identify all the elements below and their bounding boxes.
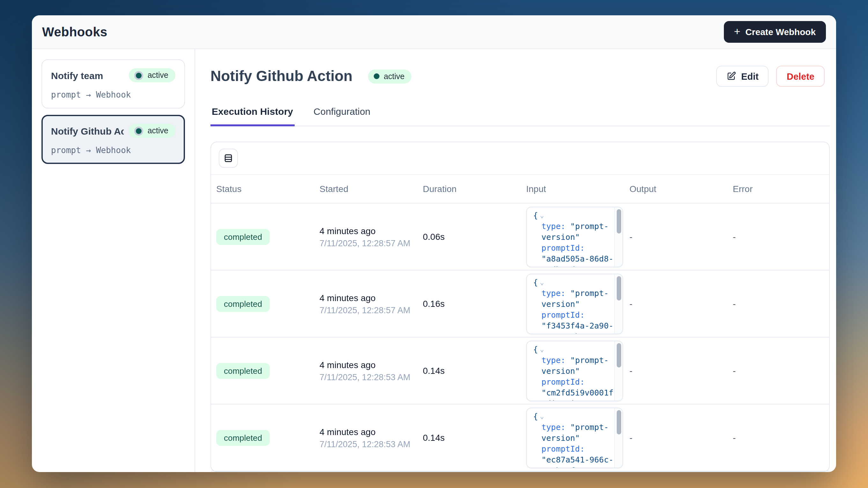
started-relative: 4 minutes ago — [319, 426, 418, 437]
edit-label: Edit — [741, 71, 758, 81]
sidebar-item-notify-github-action[interactable]: Notify Github Acti... active prompt → We… — [41, 115, 185, 164]
chevron-down-icon[interactable]: ⌄ — [540, 211, 544, 219]
started-absolute: 7/11/2025, 12:28:57 AM — [319, 305, 418, 315]
status-dot-icon — [136, 128, 142, 134]
column-header-duration: Duration — [418, 184, 521, 194]
table-view-button[interactable] — [219, 149, 238, 168]
scrollbar-track[interactable] — [614, 408, 622, 467]
column-header-error: Error — [728, 184, 829, 194]
webhook-name: Notify Github Acti... — [51, 125, 124, 136]
started-relative: 4 minutes ago — [319, 293, 418, 303]
started-absolute: 7/11/2025, 12:28:53 AM — [319, 439, 418, 449]
status-badge: active — [368, 69, 411, 83]
error-value: - — [728, 299, 829, 309]
table-row: completed 4 minutes ago 7/11/2025, 12:28… — [211, 404, 829, 471]
error-value: - — [728, 232, 829, 242]
status-badge: active — [129, 124, 175, 138]
scrollbar-thumb[interactable] — [616, 410, 621, 434]
desktop-background: Webhooks + Create Webhook Notify team ac… — [0, 0, 868, 488]
duration-value: 0.14s — [418, 366, 521, 376]
status-badge: completed — [216, 296, 270, 312]
column-header-status: Status — [211, 184, 314, 194]
detail-tabs: Execution History Configuration — [211, 106, 830, 126]
started-absolute: 7/11/2025, 12:28:53 AM — [319, 372, 418, 382]
table-header-row: Status Started Duration Input Output Err… — [211, 175, 829, 204]
duration-value: 0.06s — [418, 232, 521, 242]
error-value: - — [728, 432, 829, 443]
window-body: Notify team active prompt → Webhook Noti… — [32, 49, 836, 472]
column-header-output: Output — [624, 184, 728, 194]
input-json-viewer[interactable]: {⌄ type: "prompt- version" promptId: "a8… — [526, 206, 623, 267]
chevron-down-icon[interactable]: ⌄ — [540, 412, 544, 420]
output-value: - — [624, 299, 728, 309]
delete-button[interactable]: Delete — [776, 66, 825, 87]
started-relative: 4 minutes ago — [319, 225, 418, 236]
input-json-viewer[interactable]: {⌄ type: "prompt- version" promptId: "ec… — [526, 407, 623, 468]
status-label: active — [383, 72, 404, 81]
webhook-list-sidebar: Notify team active prompt → Webhook Noti… — [32, 49, 195, 472]
status-label: active — [148, 126, 168, 135]
scrollbar-thumb[interactable] — [616, 209, 621, 233]
edit-button[interactable]: Edit — [716, 66, 769, 87]
webhooks-window: Webhooks + Create Webhook Notify team ac… — [32, 15, 836, 472]
chevron-down-icon[interactable]: ⌄ — [540, 278, 544, 286]
duration-value: 0.16s — [418, 299, 521, 309]
webhook-flow: prompt → Webhook — [51, 90, 175, 99]
webhook-detail-panel: Notify Github Action active Edit Delete — [195, 49, 836, 472]
table-row: completed 4 minutes ago 7/11/2025, 12:28… — [211, 337, 829, 404]
status-label: active — [148, 71, 168, 80]
table-row: completed 4 minutes ago 7/11/2025, 12:28… — [211, 271, 829, 337]
error-value: - — [728, 366, 829, 376]
create-webhook-button[interactable]: + Create Webhook — [724, 21, 826, 43]
webhook-detail-title: Notify Github Action — [211, 68, 352, 85]
delete-label: Delete — [787, 71, 814, 81]
table-rows-icon — [223, 153, 234, 163]
page-title: Webhooks — [42, 25, 107, 39]
tab-configuration[interactable]: Configuration — [312, 106, 372, 126]
scrollbar-track[interactable] — [614, 341, 622, 400]
input-json-viewer[interactable]: {⌄ type: "prompt- version" promptId: "f3… — [526, 273, 623, 334]
chevron-down-icon[interactable]: ⌄ — [540, 345, 544, 353]
output-value: - — [624, 232, 728, 242]
started-relative: 4 minutes ago — [319, 360, 418, 370]
status-badge: active — [129, 68, 175, 82]
input-json-viewer[interactable]: {⌄ type: "prompt- version" promptId: "cm… — [526, 340, 623, 401]
output-value: - — [624, 366, 728, 376]
status-badge: completed — [216, 363, 270, 378]
webhook-flow: prompt → Webhook — [51, 146, 175, 155]
window-header: Webhooks + Create Webhook — [32, 15, 836, 49]
status-badge: completed — [216, 229, 270, 245]
started-absolute: 7/11/2025, 12:28:57 AM — [319, 238, 418, 248]
execution-history-table: Status Started Duration Input Output Err… — [211, 142, 830, 472]
scrollbar-track[interactable] — [614, 274, 622, 333]
output-value: - — [624, 432, 728, 443]
scrollbar-track[interactable] — [614, 207, 622, 266]
column-header-started: Started — [314, 184, 418, 194]
sidebar-item-notify-team[interactable]: Notify team active prompt → Webhook — [41, 59, 185, 109]
column-header-input: Input — [521, 184, 624, 194]
scrollbar-thumb[interactable] — [616, 343, 621, 367]
status-dot-icon — [136, 72, 142, 78]
duration-value: 0.14s — [418, 432, 521, 443]
status-dot-icon — [373, 73, 379, 79]
scrollbar-thumb[interactable] — [616, 276, 621, 300]
status-badge: completed — [216, 430, 270, 446]
create-webhook-label: Create Webhook — [746, 27, 816, 37]
plus-icon: + — [734, 26, 740, 37]
edit-pencil-icon — [726, 71, 736, 81]
table-row: completed 4 minutes ago 7/11/2025, 12:28… — [211, 204, 829, 271]
tab-execution-history[interactable]: Execution History — [211, 106, 294, 126]
webhook-name: Notify team — [51, 70, 103, 81]
